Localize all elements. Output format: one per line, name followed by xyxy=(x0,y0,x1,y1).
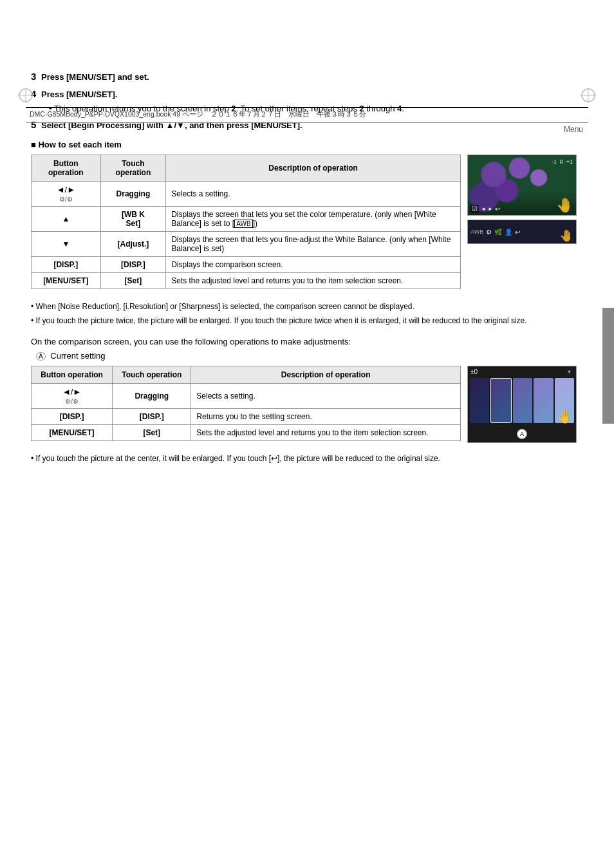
comparison-camera-image: ±0 + − 🤚 xyxy=(467,366,577,443)
circle-a-marker: A xyxy=(517,429,527,439)
table1-row4-desc: Displays the comparison screen. xyxy=(166,257,461,273)
table1-row5-desc: Sets the adjusted level and returns you … xyxy=(166,273,461,289)
table2-row1-button: ◄/► ⚙/⚙ xyxy=(32,383,113,408)
zero-indicator: ±0 xyxy=(470,368,478,375)
table2-row-3: [MENU/SET] [Set] Sets the adjusted level… xyxy=(32,424,461,440)
circle-a-label: A xyxy=(36,352,46,361)
table1-row-1: ◄/► ⚙/⚙ Dragging Selects a setting. xyxy=(32,182,461,207)
table2-container: Button operation Touch operation Descrip… xyxy=(31,366,461,446)
strip-bright xyxy=(534,378,553,423)
table2-row1-touch: Dragging xyxy=(113,383,191,408)
table2-row3-button: [MENU/SET] xyxy=(32,424,113,440)
header-bar: DMC-G85MBody_P&PP-DVQX1003_eng.book 49 ペ… xyxy=(26,108,588,121)
table1-row4-touch: [DISP.] xyxy=(100,257,165,273)
table2-row3-desc: Sets the adjusted level and returns you … xyxy=(191,424,461,440)
step-3-number: 3 xyxy=(31,71,36,82)
table2-row2-desc: Returns you to the setting screen. xyxy=(191,408,461,424)
strip-selected xyxy=(490,378,511,423)
plus-indicator: + xyxy=(567,368,571,375)
table2-row2-button: [DISP.] xyxy=(32,408,113,424)
page-label-top: Menu xyxy=(564,125,583,134)
ev-icon: ☑ xyxy=(470,205,479,213)
table2-col-desc: Description of operation xyxy=(191,366,461,383)
table1-row2-touch: [WB KSet] xyxy=(100,207,165,232)
table1-row-5: [MENU/SET] [Set] Sets the adjusted level… xyxy=(32,273,461,289)
wb-indicator: AWB xyxy=(470,229,483,235)
current-setting-label: Current setting xyxy=(50,351,105,361)
table1-row1-touch: Dragging xyxy=(100,182,165,207)
lr-arrows-2: ◄/► xyxy=(62,387,81,397)
image-column-2: ±0 + − 🤚 xyxy=(467,366,583,443)
step-4: 4 Press [MENU/SET]. xyxy=(31,87,583,102)
header-line-bottom xyxy=(26,122,588,123)
table1-row1-button: ◄/► ⚙/⚙ xyxy=(32,182,101,207)
step-3: 3 Press [MENU/SET] and set. xyxy=(31,70,583,84)
table1-row-3: ▼ [Adjust.] Displays the screen that let… xyxy=(32,232,461,257)
comparison-intro-2: A Current setting xyxy=(36,351,583,361)
image-column-1: -1 0 +1 🤚 ☑ ◄ ► ↩ xyxy=(467,155,583,244)
side-gray-bar xyxy=(602,308,614,424)
section1-title: How to set each item xyxy=(31,140,583,149)
comparison-intro-1: On the comparison screen, you can use th… xyxy=(31,335,583,348)
table1-header-row: Button operation Touch operation Descrip… xyxy=(32,155,461,182)
table2-row2-touch: [DISP.] xyxy=(113,408,191,424)
arrow-right-icon: ► xyxy=(488,206,493,212)
comparison-section: On the comparison screen, you can use th… xyxy=(31,335,583,464)
main-content: 3 Press [MENU/SET] and set. 4 Press [MEN… xyxy=(31,70,583,464)
gesture-hand-2: 🤚 xyxy=(559,229,573,243)
camera-image-2: AWB ⚙ 🌿 👤 ↩ 🤚 xyxy=(467,220,577,244)
notes1-section: When [Noise Reduction], [i.Resolution] o… xyxy=(31,301,583,326)
portrait-icon: 👤 xyxy=(505,229,512,236)
strip-dark xyxy=(470,378,489,423)
header-text: DMC-G85MBody_P&PP-DVQX1003_eng.book 49 ペ… xyxy=(30,110,366,119)
table2-row1-desc: Selects a setting. xyxy=(191,383,461,408)
arrow-left-icon: ◄ xyxy=(481,206,486,212)
return-icon: ↩ xyxy=(515,229,520,236)
table1-row2-button: ▲ xyxy=(32,207,101,232)
table1-row5-touch: [Set] xyxy=(100,273,165,289)
table2-image-row: Button operation Touch operation Descrip… xyxy=(31,366,583,446)
notes2-section: If you touch the picture at the center, … xyxy=(31,453,583,464)
table1-row-2: ▲ [WB KSet] Displays the screen that let… xyxy=(32,207,461,232)
settings-gear-icon: ⚙ xyxy=(486,229,492,236)
table1-col-desc: Description of operation xyxy=(166,155,461,182)
lr-icon-area: ◄/► ⚙/⚙ xyxy=(37,185,95,203)
table1-row-4: [DISP.] [DISP.] Displays the comparison … xyxy=(32,257,461,273)
table1-row3-desc: Displays the screen that lets you fine-a… xyxy=(166,232,461,257)
page-container: DMC-G85MBody_P&PP-DVQX1003_eng.book 49 ペ… xyxy=(0,70,614,868)
camera-image-1: -1 0 +1 🤚 ☑ ◄ ► ↩ xyxy=(467,155,577,216)
step-3-text: Press [MENU/SET] and set. xyxy=(41,72,149,82)
note1-1: When [Noise Reduction], [i.Resolution] o… xyxy=(31,301,583,312)
lr-icon-area-2: ◄/► ⚙/⚙ xyxy=(37,387,107,405)
gesture-hand-3: 🤚 xyxy=(557,409,573,424)
rotary-icon-2: ⚙/⚙ xyxy=(65,398,79,405)
table2: Button operation Touch operation Descrip… xyxy=(31,366,461,441)
table1-container: Button operation Touch operation Descrip… xyxy=(31,155,461,294)
note2-1: If you touch the picture at the center, … xyxy=(31,453,583,464)
reg-mark-tl xyxy=(18,88,33,103)
table1: Button operation Touch operation Descrip… xyxy=(31,155,461,289)
camera-icon: ↩ xyxy=(495,205,500,212)
leaf-icon: 🌿 xyxy=(494,229,502,236)
camera-status-icons: ☑ ◄ ► ↩ xyxy=(470,205,500,213)
rotary-icon: ⚙/⚙ xyxy=(59,196,73,203)
exposure-indicator: -1 0 +1 xyxy=(552,158,573,165)
table1-row3-button: ▼ xyxy=(32,232,101,257)
table1-row4-button: [DISP.] xyxy=(32,257,101,273)
table1-row1-desc: Selects a setting. xyxy=(166,182,461,207)
step-4-text: Press [MENU/SET]. xyxy=(41,90,117,99)
table1-row3-touch: [Adjust.] xyxy=(100,232,165,257)
table1-row5-button: [MENU/SET] xyxy=(32,273,101,289)
table2-col-touch: Touch operation xyxy=(113,366,191,383)
section1: How to set each item Button operation To… xyxy=(31,140,583,326)
note1-2: If you touch the picture twice, the pict… xyxy=(31,315,583,326)
table2-col-button: Button operation xyxy=(32,366,113,383)
table2-row-2: [DISP.] [DISP.] Returns you to the setti… xyxy=(32,408,461,424)
table1-col-button: Button operation xyxy=(32,155,101,182)
table1-image-row: Button operation Touch operation Descrip… xyxy=(31,155,583,294)
settings-icons-row: AWB ⚙ 🌿 👤 ↩ xyxy=(470,229,520,236)
table2-row-1: ◄/► ⚙/⚙ Dragging Selects a setting. xyxy=(32,383,461,408)
step-5-text: Select [Begin Processing] with ▲/▼, and … xyxy=(41,120,302,130)
lr-arrows: ◄/► xyxy=(57,185,75,194)
strip-light xyxy=(513,378,532,423)
